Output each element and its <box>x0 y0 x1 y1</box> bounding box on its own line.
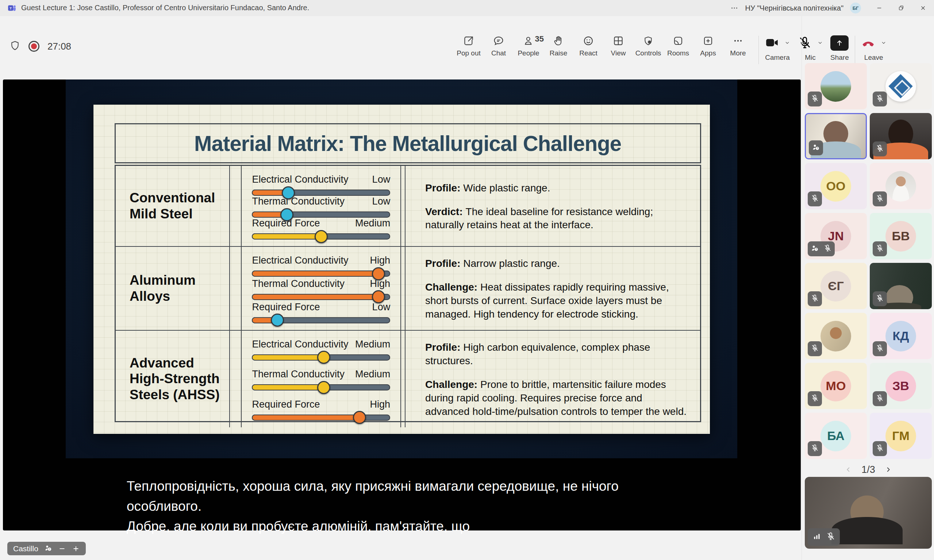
participant-grid: ?ООJN?БВЄГКДМОЗВБАГМ <box>805 63 932 459</box>
slider-knob <box>315 230 328 243</box>
avatar: БВ <box>885 221 916 252</box>
react-button[interactable]: React <box>573 35 603 57</box>
view-button[interactable]: View <box>603 35 633 57</box>
slider-level: Low <box>372 196 391 207</box>
apps-label: Apps <box>700 49 716 57</box>
caption-speaker-pill: Castillo ? <box>7 542 86 555</box>
window-close-icon[interactable] <box>912 0 934 16</box>
participant-tile-ОО[interactable]: ОО <box>805 163 867 209</box>
note-paragraph: Challenge: Heat dissipates rapidly requi… <box>425 281 689 321</box>
tile-status-badges <box>808 191 822 206</box>
avatar: ОО <box>820 171 851 202</box>
participant-tile-logo[interactable] <box>870 63 932 109</box>
tile-status-badges <box>873 191 887 206</box>
participant-tile-МО[interactable]: МО <box>805 363 867 409</box>
popout-label: Pop out <box>457 49 481 57</box>
page-previous-icon[interactable] <box>844 466 852 474</box>
titlebar-overflow-icon[interactable] <box>727 4 742 12</box>
slider-thermal-conductivity: Thermal ConductivityLow <box>252 196 390 218</box>
participant-tile-БВ[interactable]: БВ <box>870 213 932 259</box>
org-name: НУ "Чернігівська політехніка" <box>745 4 843 12</box>
people-button[interactable]: 35People <box>514 35 543 57</box>
participant-tile-shirt[interactable] <box>870 163 932 209</box>
popout-icon <box>463 42 474 48</box>
tile-status-badges <box>808 92 822 106</box>
rooms-button[interactable]: Rooms <box>663 35 693 57</box>
caption-line: Теплопровідність, хороша сила, яку прися… <box>127 476 696 516</box>
chat-button[interactable]: Chat <box>483 35 514 57</box>
participant-tile-ГМ[interactable]: ГМ <box>870 413 932 459</box>
slider-level: Medium <box>355 218 390 229</box>
caption-decrease-button[interactable] <box>58 545 66 553</box>
slider-label: Electrical Conductivity <box>252 339 348 350</box>
slider-fill <box>252 294 378 300</box>
camera-button[interactable]: Camera <box>761 35 794 62</box>
participant-tile-chalk[interactable] <box>870 263 932 309</box>
account-avatar[interactable]: БГ <box>850 3 861 14</box>
material-name: Conventional Mild Steel <box>116 166 229 246</box>
caption-increase-button[interactable] <box>72 545 80 553</box>
apps-button[interactable]: Apps <box>693 35 723 57</box>
more-button[interactable]: More <box>723 35 753 57</box>
material-name: Aluminum Alloys <box>116 246 229 330</box>
chevron-down-icon[interactable] <box>784 40 790 47</box>
shared-screen-stage: Material Matrix: The Metallurgical Chall… <box>3 80 801 531</box>
mic-off-icon <box>875 444 884 454</box>
participant-tile-ЄГ[interactable]: ЄГ <box>805 263 867 309</box>
participant-tile-ЗВ[interactable]: ЗВ <box>870 363 932 409</box>
property-sliders: Electrical ConductivityMediumThermal Con… <box>241 330 400 427</box>
mic-off-icon <box>875 394 884 404</box>
presentation-slide: Material Matrix: The Metallurgical Chall… <box>93 105 710 434</box>
note-paragraph: Verdict: The ideal baseline for resistan… <box>425 205 689 232</box>
participant-tile-castillo[interactable]: ? <box>805 113 867 159</box>
slider-fill <box>252 384 324 391</box>
mic-off-icon <box>875 244 884 254</box>
react-label: React <box>579 49 597 57</box>
slider-knob <box>317 381 330 394</box>
participant-tile-БА[interactable]: БА <box>805 413 867 459</box>
slider-electrical-conductivity: Electrical ConductivityLow <box>252 174 390 196</box>
rooms-label: Rooms <box>667 49 689 57</box>
raise-button[interactable]: Raise <box>543 35 573 57</box>
participant-tile-smiling[interactable] <box>805 313 867 359</box>
self-video-tile[interactable] <box>805 477 932 549</box>
svg-text:?: ? <box>815 248 817 251</box>
window-restore-icon[interactable] <box>890 0 912 16</box>
page-next-icon[interactable] <box>884 466 892 474</box>
tile-status-badges <box>873 291 887 306</box>
chat-icon <box>493 42 505 48</box>
table-gutter <box>229 330 241 427</box>
mic-off-icon <box>823 244 832 254</box>
avatar: ЗВ <box>885 371 916 402</box>
slider-track <box>252 233 390 240</box>
slider-label: Required Force <box>252 302 320 313</box>
slider-knob <box>271 314 284 327</box>
slider-knob <box>353 411 366 424</box>
participant-tile-woman[interactable] <box>870 113 932 159</box>
slider-label: Thermal Conductivity <box>252 196 344 207</box>
slider-knob <box>372 267 385 280</box>
slider-electrical-conductivity: Electrical ConductivityHigh <box>252 255 390 277</box>
popout-button[interactable]: Pop out <box>454 35 483 57</box>
table-gutter <box>400 330 405 427</box>
svg-text:T: T <box>9 6 12 10</box>
avatar-photo <box>820 321 851 351</box>
participant-tile-КД[interactable]: КД <box>870 313 932 359</box>
camera-label: Camera <box>765 54 790 62</box>
live-captions: Теплопровідність, хороша сила, яку прися… <box>127 476 696 536</box>
camera-icon <box>765 35 779 51</box>
participants-sidebar: ?ООJN?БВЄГКДМОЗВБАГМ 1/3 <box>801 16 934 560</box>
participant-tile-JN[interactable]: JN? <box>805 213 867 259</box>
apps-icon <box>702 42 714 48</box>
more-icon <box>732 42 744 48</box>
controls-button[interactable]: Controls <box>633 35 663 57</box>
view-icon <box>613 42 624 48</box>
recording-indicator-icon <box>28 41 39 52</box>
more-label: More <box>730 49 746 57</box>
rooms-icon <box>672 42 684 48</box>
window-minimize-icon[interactable] <box>868 0 890 16</box>
tile-status-badges <box>873 242 887 256</box>
slider-thermal-conductivity: Thermal ConductivityHigh <box>252 278 390 300</box>
slider-track <box>252 211 390 218</box>
participant-tile-landscape[interactable] <box>805 63 867 109</box>
